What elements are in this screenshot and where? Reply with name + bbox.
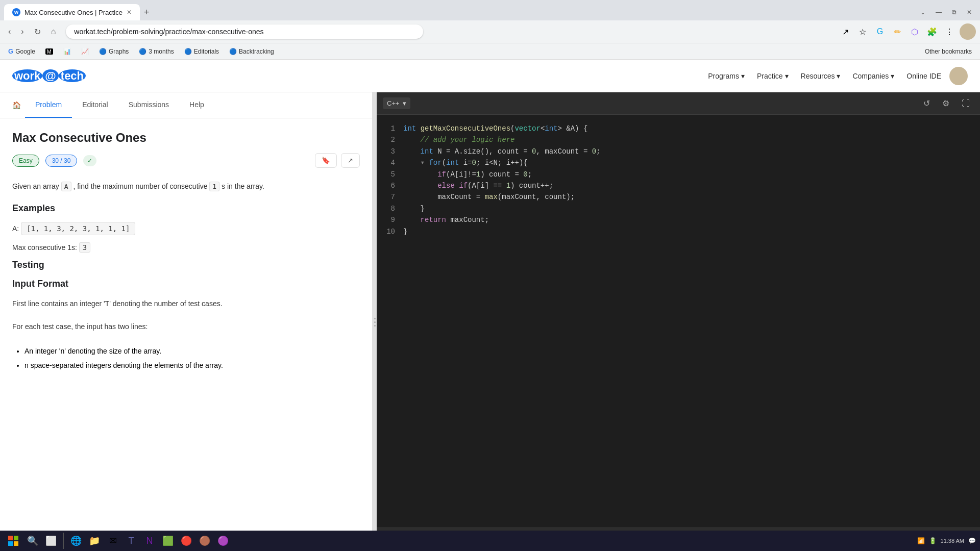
extensions-icon[interactable]: 🧩 [925,24,939,39]
nav-programs[interactable]: Programs ▾ [708,72,745,80]
taskbar-search[interactable]: 🔍 [24,533,41,549]
share-icon[interactable]: ↗ [838,24,852,39]
problem-actions: 🔖 ↗ [315,153,360,168]
svg-rect-0 [8,536,13,540]
battery-icon[interactable]: 🔋 [929,537,937,544]
editor-actions: ↺ ⚙ ⛶ [919,96,974,110]
graphs-favicon: 🔵 [99,48,107,55]
bookmark-editorials[interactable]: 🔵 Editorials [180,47,223,56]
nav-practice-label: Practice [757,72,783,80]
nav-online-ide-label: Online IDE [906,72,941,80]
forward-button[interactable]: › [17,25,28,38]
extension2-icon[interactable]: ⬡ [908,24,922,39]
taskbar-task-view[interactable]: ⬜ [43,533,59,549]
bookmark-medium[interactable]: M [41,47,57,56]
language-selector[interactable]: C++ ▾ [383,97,410,109]
code-editor[interactable]: 1 int getMaxConsecutiveOnes(vector<int> … [377,115,980,528]
nav-companies[interactable]: Companies ▾ [852,72,894,80]
taskbar-explorer[interactable]: 📁 [86,533,103,549]
nav-practice[interactable]: Practice ▾ [757,72,789,80]
nav-practice-chevron: ▾ [785,72,789,80]
nav-online-ide[interactable]: Online IDE [906,72,941,80]
bookmark-backtracking[interactable]: 🔵 Backtracking [225,47,278,56]
line-content-3: int N = A.size(), count = 0, maxCount = … [403,146,972,157]
back-button[interactable]: ‹ [4,25,15,38]
bookmark-3months[interactable]: 🔵 3 months [135,47,178,56]
bookmark-chart[interactable]: 📊 [59,47,75,56]
tab-close-button[interactable]: ✕ [127,9,132,16]
nav-resources-chevron: ▾ [837,72,840,80]
input-format-section: Input Format First line contains an inte… [12,279,360,372]
bookmark-google[interactable]: G Google [4,46,39,56]
fullscreen-button[interactable]: ⛶ [958,96,974,110]
home-tab-button[interactable]: 🏠 [8,93,25,117]
browser-menu-icon[interactable]: ⋮ [942,24,957,39]
reset-button[interactable]: ↺ [919,96,934,110]
taskbar-mail[interactable]: ✉ [105,533,121,549]
tab-editorial[interactable]: Editorial [72,92,118,118]
restore-button[interactable]: ⧉ [948,7,961,18]
line-num-7: 7 [385,191,395,203]
input-desc2: For each test case, the input has two li… [12,320,360,333]
taskbar-edge[interactable]: 🌐 [68,533,84,549]
notifications-icon[interactable]: 💬 [968,537,976,544]
chart-favicon: 📊 [63,48,71,55]
tab-list-button[interactable]: ⌄ [916,7,929,18]
reload-button[interactable]: ↻ [30,25,45,39]
tab-submissions[interactable]: Submissions [118,92,179,118]
header-avatar[interactable] [949,67,968,85]
extension1-icon[interactable]: ✏ [890,24,904,39]
panel-divider[interactable] [373,92,377,551]
tab-help[interactable]: Help [179,92,214,118]
tab-problem[interactable]: Problem [25,92,72,118]
bookmark-button[interactable]: 🔖 [315,153,337,168]
input-format-title: Input Format [12,279,360,289]
grammarly-icon[interactable]: G [873,24,887,39]
taskbar-separator1 [63,533,64,549]
taskbar-app1[interactable]: 🟩 [160,533,176,549]
share-button[interactable]: ↗ [341,153,360,168]
minimize-button[interactable]: — [932,7,946,18]
line-num-10: 10 [385,226,395,237]
taskbar-teams[interactable]: T [123,533,139,549]
logo-text2: tech [59,69,86,82]
active-tab[interactable]: W Max Consecutive Ones | Practice ✕ [4,4,140,20]
line-content-7: maxCount = max(maxCount, count); [403,191,972,203]
bookmark-chart2[interactable]: 📈 [77,47,93,56]
browser-chrome: W Max Consecutive Ones | Practice ✕ + ⌄ … [0,0,980,60]
bookmark-star-icon[interactable]: ☆ [855,24,870,39]
bookmark-3months-label: 3 months [149,48,174,55]
examples-title: Examples [12,203,360,214]
desc-part2: , find the maximum number of consecutive [73,182,207,190]
profile-avatar[interactable] [960,23,976,40]
logo-text1: work [12,69,42,82]
language-label: C++ [387,99,400,107]
taskbar-clock[interactable]: 11:38 AM [941,538,964,544]
line-content-9: return maxCount; [403,214,972,226]
close-window-button[interactable]: ✕ [963,7,976,18]
tab-controls: ⌄ — ⧉ ✕ [916,7,976,18]
site-logo[interactable]: work@tech [12,69,86,83]
divider-dot1 [374,318,376,319]
new-tab-button[interactable]: + [140,5,154,20]
network-icon[interactable]: 📶 [917,537,925,544]
svg-rect-2 [8,541,13,546]
address-bar[interactable] [66,24,423,39]
code-line-7: 7 maxCount = max(maxCount, count); [385,191,972,203]
taskbar-app3[interactable]: 🟤 [197,533,213,549]
home-nav-button[interactable]: ⌂ [47,25,60,38]
taskbar-app2[interactable]: 🔴 [178,533,194,549]
taskbar-onenote[interactable]: N [141,533,158,549]
other-bookmarks-button[interactable]: Other bookmarks [921,47,976,56]
tab-favicon: W [12,8,20,16]
desc-one-var: 1 [209,182,219,191]
bullet2: n space-separated integers denoting the … [24,358,360,372]
nav-resources[interactable]: Resources ▾ [801,72,841,80]
tab-title: Max Consecutive Ones | Practice [24,9,122,16]
taskbar-app4[interactable]: 🟣 [215,533,231,549]
main-layout: 🏠 Problem Editorial Submissions Help Max… [0,92,980,551]
settings-button[interactable]: ⚙ [938,96,953,110]
start-button[interactable] [4,532,22,550]
url-input[interactable] [66,24,423,39]
bookmark-graphs[interactable]: 🔵 Graphs [95,47,133,56]
